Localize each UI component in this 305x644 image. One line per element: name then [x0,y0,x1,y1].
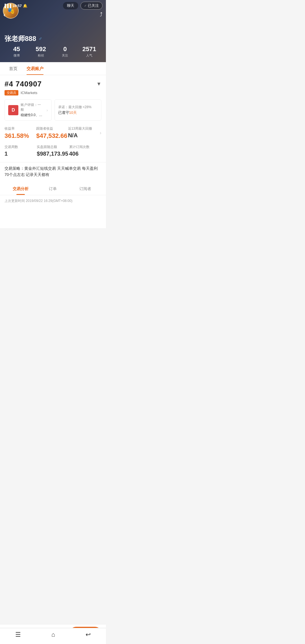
account-id-row: #4 740907 ▼ [5,80,101,88]
rating-desc: 稳健性0.0、… [21,113,44,118]
sub-tabs: 交易分析 订单 订阅者 [0,182,106,195]
follow-label: 已关注 [88,3,99,8]
stat-follow-num: 0 [53,45,77,53]
rating-card[interactable]: D 账户评级：一般 稳健性0.0、… › [5,99,52,121]
metric-total-follow: 实盘跟随总额 $987,173.95 [37,145,69,157]
gender-icon: ♂ [38,36,42,42]
metric-weeks-label: 交易周数 [5,145,37,149]
sub-tab-subscribers[interactable]: 订阅者 [69,182,101,195]
nav-bar: ☰ ⌂ ↩ [0,628,106,644]
stat-follow: 0 关注 [53,45,77,58]
nav-home-icon[interactable]: ⌂ [51,631,55,638]
username: 张老师888 [5,34,36,43]
nav-menu-icon[interactable]: ☰ [15,631,21,638]
promise-content: 承诺：最大回撤 <28% 已遵守10天 [58,105,91,115]
compliance-text: 已遵守 [58,110,69,115]
signal-icon: ▐▐▐ [3,4,11,8]
main-content: #4 740907 ▼ 交易员 ICMarkets D 账户评级：一般 稳健性0… [0,75,106,228]
hero-content: 张老师888 ♂ 45 微博 592 粉丝 0 关注 2571 人气 [5,34,101,58]
sub-tab-analysis[interactable]: 交易分析 [5,182,37,195]
promise-title: 承诺：最大回撤 <28% [58,105,91,110]
user-name-row: 张老师888 ♂ [5,34,101,43]
info-cards: D 账户评级：一般 稳健性0.0、… › 承诺：最大回撤 <28% 已遵守10天 [5,99,101,121]
update-time: 上次更新时间 2019/09/22 16:29(GMT+08:00) [0,195,106,206]
stat-fans-label: 粉丝 [29,53,53,58]
notification-icon: 🔔 [23,4,27,8]
metric-yield: 收益率 361.58% [5,126,36,140]
stat-fans-num: 592 [29,45,53,53]
sub-tab-orders[interactable]: 订单 [37,182,69,195]
strategy-section: 交易策略：黄金外汇短线交易 天天喊单交易 每天盈利70个点左右 记录天天都有 [0,162,106,182]
metric-sub-value: 406 [69,151,101,157]
metric-drawdown: 近13周最大回撤 N/A [68,126,100,139]
metric-fi-value: $47,532.66 [36,132,68,140]
metrics-row-2: 交易周数 1 实盘跟随总额 $987,173.95 累计订阅次数 406 [5,145,101,157]
metric-dd-value: N/A [68,132,100,139]
broker-name: ICMarkets [21,91,37,95]
metric-sub-label: 累计订阅次数 [69,145,101,149]
metric-tf-value: $987,173.95 [37,151,69,157]
back-button[interactable]: ‹ [3,11,5,19]
promise-compliance: 已遵守10天 [58,110,91,115]
stat-weibo: 45 微博 [5,45,29,58]
metric-subscriptions: 累计订阅次数 406 [69,145,101,157]
badges-row: 交易员 ICMarkets [5,90,101,95]
rating-icon: D [8,105,18,115]
metric-follower-income: 跟随者收益 $47,532.66 [36,126,68,140]
chat-button[interactable]: 聊天 [63,2,78,9]
stat-fans: 592 粉丝 [29,45,53,58]
promise-card: 承诺：最大回撤 <28% 已遵守10天 [55,99,102,121]
menu-icon: ☰ [15,631,21,638]
trader-badge: 交易员 [5,90,18,95]
metric-weeks: 交易周数 1 [5,145,37,157]
nav-back-icon[interactable]: ↩ [86,631,91,638]
stats-row: 45 微博 592 粉丝 0 关注 2571 人气 [5,45,101,58]
follow-button[interactable]: ✓ 已关注 [80,2,103,10]
metric-weeks-value: 1 [5,151,37,157]
tab-home[interactable]: 首页 [5,62,22,75]
rating-title: 账户评级：一般 [21,103,44,112]
stat-weibo-label: 微博 [5,53,29,58]
strategy-text: 交易策略：黄金外汇短线交易 天天喊单交易 每天盈利70个点左右 记录天天都有 [5,165,101,178]
home-icon: ⌂ [51,631,55,638]
stat-popularity-label: 人气 [77,53,101,58]
main-tabs: 首页 交易账户 [0,62,106,75]
account-section: #4 740907 ▼ 交易员 ICMarkets [0,75,106,95]
account-id: #4 740907 [5,80,42,88]
metric-yield-value: 361.58% [5,132,36,140]
stat-popularity-num: 2571 [77,45,101,53]
rating-text: 账户评级：一般 稳健性0.0、… [21,103,44,118]
status-right: 聊天 ✓ 已关注 [63,2,103,10]
metrics-arrow-icon[interactable]: › [100,130,101,136]
metric-tf-label: 实盘跟随总额 [37,145,69,149]
back-icon: ↩ [86,631,91,638]
check-icon: ✓ [84,4,87,8]
hero-section: ▐▐▐ 16:57 🔔 聊天 ✓ 已关注 🎭 ‹ ⤴ 张老师888 ♂ 45 微… [0,0,106,62]
metric-yield-label: 收益率 [5,126,36,131]
status-bar: ▐▐▐ 16:57 🔔 聊天 ✓ 已关注 [0,0,106,11]
metrics-section: 收益率 361.58% 跟随者收益 $47,532.66 近13周最大回撤 N/… [0,121,106,157]
stat-weibo-num: 45 [5,45,29,53]
metric-fi-label: 跟随者收益 [36,126,68,131]
rating-arrow-icon: › [47,108,48,112]
time: 16:57 [12,4,22,8]
metrics-row-1: 收益率 361.58% 跟随者收益 $47,532.66 近13周最大回撤 N/… [5,126,101,140]
compliance-days: 10天 [69,110,77,115]
status-left: ▐▐▐ 16:57 🔔 [3,4,27,8]
tab-trading[interactable]: 交易账户 [22,62,48,75]
share-button[interactable]: ⤴ [100,11,103,18]
stat-follow-label: 关注 [53,53,77,58]
metric-dd-label: 近13周最大回撤 [68,126,100,131]
strategy-label: 交易策略： [5,166,24,171]
dropdown-icon[interactable]: ▼ [96,81,101,87]
stat-popularity: 2571 人气 [77,45,101,58]
